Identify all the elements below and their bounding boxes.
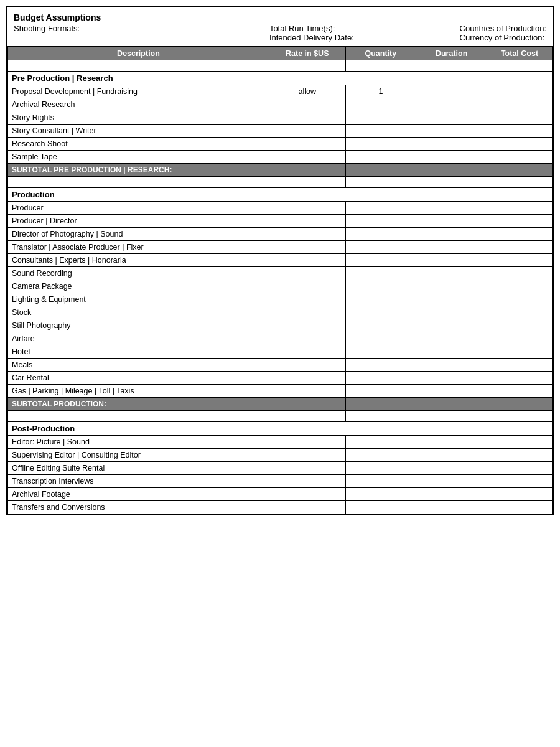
row-quantity [345,254,416,267]
row-total [487,475,553,488]
row-description: Lighting & Equipment [8,293,269,306]
empty-row [8,177,553,188]
row-total [487,254,553,267]
subtotal-row: SUBTOTAL PRODUCTION: [8,398,553,411]
row-rate [269,332,346,345]
row-total [487,228,553,241]
table-row: Still Photography [8,319,553,332]
row-quantity [345,319,416,332]
row-rate [269,215,346,228]
subtotal-cell [269,164,346,177]
subtotal-label: SUBTOTAL PRODUCTION: [8,398,269,411]
row-rate: allow [269,85,346,98]
row-duration [416,436,487,449]
row-duration [416,462,487,475]
row-quantity [345,125,416,138]
row-total [487,501,553,514]
row-description: Airfare [8,332,269,345]
row-quantity [345,228,416,241]
row-duration [416,85,487,98]
row-description: Translator | Associate Producer | Fixer [8,241,269,254]
row-quantity [345,138,416,151]
subtotal-cell [416,164,487,177]
row-duration [416,202,487,215]
currency-label: Currency of Production: [460,33,546,42]
table-row: Producer | Director [8,215,553,228]
row-quantity: 1 [345,85,416,98]
table-row: Archival Research [8,98,553,111]
row-duration [416,111,487,125]
subtotal-row: SUBTOTAL PRE PRODUCTION | RESEARCH: [8,164,553,177]
subtotal-cell [345,398,416,411]
row-quantity [345,462,416,475]
row-rate [269,306,346,319]
row-rate [269,345,346,359]
section-header-label: Production [8,188,553,202]
row-rate [269,111,346,125]
section-header-row: Pre Production | Research [8,72,553,85]
table-row: Proposal Development | Fundraisingallow1 [8,85,553,98]
row-total [487,449,553,462]
table-row: Hotel [8,345,553,359]
row-rate [269,475,346,488]
row-rate [269,488,346,501]
row-description: Producer | Director [8,215,269,228]
row-total [487,332,553,345]
row-duration [416,151,487,164]
row-rate [269,138,346,151]
row-description: Meals [8,359,269,372]
table-row: Sample Tape [8,151,553,164]
table-row: Transfers and Conversions [8,501,553,514]
row-total [487,241,553,254]
subtotal-cell [487,164,553,177]
row-total [487,436,553,449]
section-header-row: Production [8,188,553,202]
row-quantity [345,332,416,345]
budget-title: Budget Assumptions [14,12,546,22]
delivery-label: Intended Delivery Date: [269,33,354,42]
row-quantity [345,449,416,462]
row-total [487,462,553,475]
row-description: Proposal Development | Fundraising [8,85,269,98]
row-description: Research Shoot [8,138,269,151]
table-row: Transcription Interviews [8,475,553,488]
empty-row [8,60,553,72]
row-description: Producer [8,202,269,215]
table-row: Supervising Editor | Consulting Editor [8,449,553,462]
row-total [487,125,553,138]
row-description: Stock [8,306,269,319]
col-header-total-cost: Total Cost [487,47,553,60]
row-quantity [345,293,416,306]
row-quantity [345,345,416,359]
row-description: Offline Editing Suite Rental [8,462,269,475]
row-quantity [345,372,416,385]
row-description: Hotel [8,345,269,359]
table-row: Translator | Associate Producer | Fixer [8,241,553,254]
row-rate [269,359,346,372]
row-total [487,372,553,385]
row-duration [416,345,487,359]
row-duration [416,293,487,306]
row-quantity [345,385,416,398]
row-description: Consultants | Experts | Honoraria [8,254,269,267]
table-row: Producer [8,202,553,215]
row-description: Sound Recording [8,267,269,280]
subtotal-cell [269,398,346,411]
row-quantity [345,436,416,449]
row-description: Editor: Picture | Sound [8,436,269,449]
section-header-label: Post-Production [8,422,553,436]
row-total [487,345,553,359]
row-description: Gas | Parking | Mileage | Toll | Taxis [8,385,269,398]
row-quantity [345,241,416,254]
empty-row [8,411,553,422]
col-header-duration: Duration [416,47,487,60]
row-description: Supervising Editor | Consulting Editor [8,449,269,462]
row-quantity [345,98,416,111]
row-rate [269,293,346,306]
row-rate [269,372,346,385]
row-rate [269,125,346,138]
row-duration [416,319,487,332]
row-rate [269,501,346,514]
section-header-label: Pre Production | Research [8,72,553,85]
total-run-label: Total Run Time(s): [269,24,354,33]
